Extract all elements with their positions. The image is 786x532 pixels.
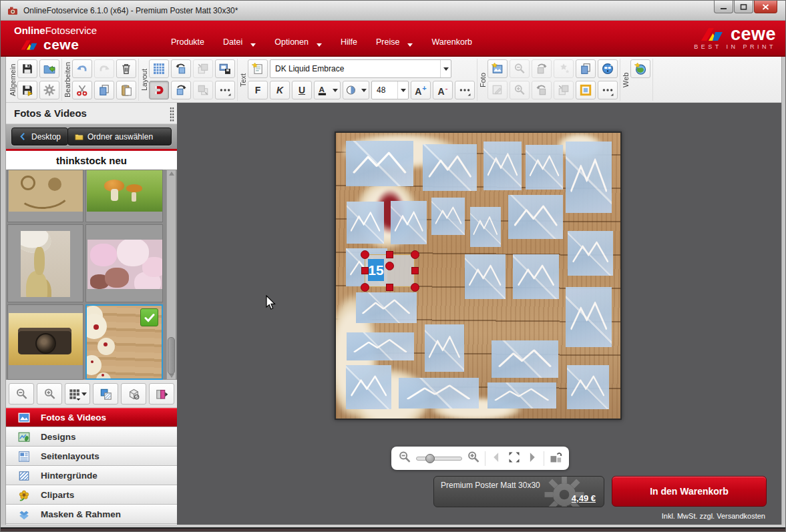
display-save-button[interactable]	[215, 59, 235, 78]
window-frame-right	[781, 57, 786, 532]
sand-smiley-photo[interactable]	[7, 170, 83, 222]
christmas-cookies-photo[interactable]	[85, 304, 163, 380]
album-title: thinkstock neu	[6, 151, 177, 170]
menu-hilfe[interactable]: Hilfe	[341, 37, 357, 47]
font-family-combo[interactable]: DK Liquid Embrace	[270, 59, 451, 78]
delete-button[interactable]	[116, 59, 136, 78]
rotate-view-button[interactable]	[549, 451, 562, 466]
more-dots-icon	[459, 84, 471, 96]
undo-button[interactable]	[72, 59, 92, 78]
open-project-button[interactable]	[39, 59, 59, 78]
sidebar-nav-hintergr-nde[interactable]: Hintergründe	[6, 466, 177, 485]
selection-handle[interactable]	[361, 267, 369, 274]
selection-handle[interactable]	[411, 267, 419, 274]
copy-button[interactable]	[94, 81, 114, 99]
photo-effects-button	[554, 59, 574, 78]
scroll-up-arrow-icon[interactable]	[169, 172, 174, 176]
bold-button[interactable]: F	[248, 81, 268, 99]
text-more-button[interactable]	[455, 81, 475, 99]
layout-more-button[interactable]	[215, 81, 235, 99]
panel-grip-handle[interactable]	[170, 107, 174, 121]
add-text-button[interactable]	[248, 59, 268, 78]
selection-handle[interactable]	[386, 284, 393, 291]
photo-more-button[interactable]	[598, 81, 618, 99]
slideshow-button[interactable]: z	[598, 59, 618, 78]
thumb-zoom-in-button[interactable]	[37, 383, 62, 405]
sidebar-nav-designs[interactable]: Designs	[6, 427, 177, 447]
pink-cookies-photo[interactable]	[85, 224, 163, 302]
paste-button[interactable]	[116, 81, 136, 99]
selection-handle[interactable]	[411, 283, 419, 292]
settings-button[interactable]	[39, 81, 59, 99]
scrollbar-thumb[interactable]	[168, 337, 175, 374]
desktop-back-button[interactable]: Desktop	[11, 127, 68, 146]
selection-handle[interactable]	[386, 251, 393, 258]
minimize-button[interactable]	[714, 1, 733, 13]
brand-bold: Online	[14, 25, 45, 36]
selection-handle[interactable]	[411, 250, 419, 259]
thumbnail-scrollbar[interactable]	[166, 170, 176, 380]
choose-folder-button[interactable]: Ordner auswählen	[67, 127, 172, 146]
zoom-slider-thumb[interactable]	[425, 454, 435, 463]
maximize-button[interactable]	[734, 1, 753, 13]
selection-handle[interactable]	[361, 250, 369, 259]
menu-preise[interactable]: Preise	[376, 37, 413, 47]
font-family-value: DK Liquid Embrace	[275, 64, 344, 73]
dough-pour-photo[interactable]	[7, 224, 83, 302]
poster-canvas[interactable]: 15	[335, 131, 622, 420]
selection-handle[interactable]	[361, 283, 369, 292]
vintage-camera-photo[interactable]	[7, 304, 83, 380]
view-grid-button[interactable]	[65, 383, 90, 405]
menu-datei[interactable]: Datei	[223, 37, 256, 47]
thumb-zoom-out-button[interactable]	[9, 383, 34, 405]
add-to-cart-button[interactable]: In den Warenkorb	[612, 476, 767, 507]
grid-view-icon	[68, 388, 81, 401]
duplicate-button[interactable]	[576, 59, 596, 78]
dropdown-arrow-icon[interactable]	[440, 60, 451, 77]
font-increase-button[interactable]: A+	[411, 81, 431, 99]
product-price[interactable]: 4,49 €	[572, 493, 596, 503]
italic-button[interactable]: K	[270, 81, 290, 99]
export-album-button[interactable]	[149, 383, 174, 405]
rotate-left-button[interactable]	[171, 59, 191, 78]
grid-button[interactable]	[149, 59, 169, 78]
brand-cewe: cewe	[43, 37, 79, 53]
snap-magnet-button[interactable]	[149, 81, 169, 99]
add-photo-button[interactable]	[487, 59, 508, 78]
web-upload-button[interactable]	[630, 59, 650, 78]
window-frame-left	[1, 57, 6, 532]
fit-to-screen-button[interactable]	[508, 451, 521, 466]
canvas-zoom-out-button[interactable]	[398, 451, 411, 466]
cut-button[interactable]	[72, 81, 92, 99]
close-button[interactable]	[754, 1, 777, 13]
canvas-zoom-slider[interactable]	[416, 457, 462, 461]
sidebar-nav-seitenlayouts[interactable]: Seitenlayouts	[6, 447, 177, 466]
sort-photos-button[interactable]	[93, 383, 118, 405]
save-as-button[interactable]	[17, 81, 37, 99]
next-page-button[interactable]	[526, 451, 539, 466]
selection-handle[interactable]	[385, 262, 394, 270]
sidebar-nav-masken-rahmen[interactable]: Masken & Rahmen	[6, 505, 177, 524]
sidebar-nav-cliparts[interactable]: Cliparts	[6, 485, 177, 505]
menu-optionen[interactable]: Optionen	[274, 37, 322, 47]
font-size-combo[interactable]: 48	[371, 81, 409, 99]
menu-warenkorb[interactable]: Warenkorb	[431, 37, 472, 47]
underline-button[interactable]: U	[292, 81, 312, 99]
font-decrease-button[interactable]: A-	[433, 81, 453, 99]
photo-thumbnail-area	[6, 170, 177, 380]
mushrooms-photo[interactable]	[85, 170, 163, 222]
view-3d-button[interactable]	[121, 383, 146, 405]
mag-minus-icon	[398, 451, 411, 464]
dropdown-arrow-icon[interactable]	[397, 81, 408, 99]
selected-placeholder[interactable]: 15	[365, 254, 415, 287]
font-color-button[interactable]: A	[314, 81, 341, 99]
fill-color-button[interactable]	[343, 81, 369, 99]
rotate-right-button[interactable]	[171, 81, 191, 99]
sidebar-nav-fotos-videos[interactable]: Fotos & Videos	[6, 408, 177, 427]
save-button[interactable]	[17, 59, 37, 78]
fit-screen-icon	[508, 451, 521, 464]
photo-frame-button[interactable]	[576, 81, 596, 99]
menu-produkte[interactable]: Produkte	[171, 37, 204, 47]
globe-add-icon	[634, 63, 646, 75]
canvas-zoom-in-button[interactable]	[467, 451, 480, 466]
